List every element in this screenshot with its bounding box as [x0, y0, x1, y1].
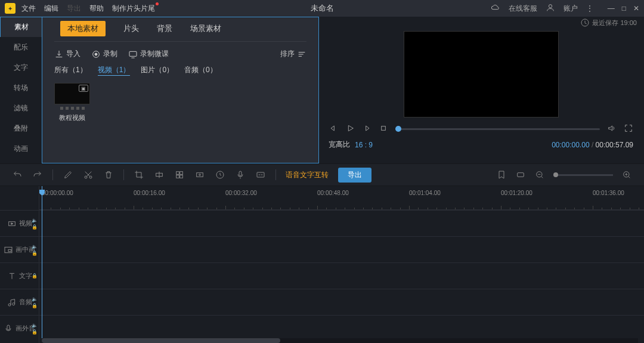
export-button[interactable]: 导出 [338, 168, 371, 183]
mat-tab-local[interactable]: 本地素材 [60, 21, 106, 36]
tab-transition[interactable]: 转场 [0, 78, 42, 98]
filter-audio[interactable]: 音频（0） [184, 65, 217, 76]
timeline-body[interactable]: 00:00:00.0000:00:16.0000:00:32.0000:00:4… [39, 186, 644, 343]
fullscreen-icon[interactable] [624, 123, 633, 135]
tab-animation[interactable]: 动画 [0, 138, 42, 159]
preview-info: 宽高比 16 : 9 00:00:00.00 / 00:00:57.09 [325, 138, 637, 151]
thumbnail-label: 教程视频 [54, 113, 90, 122]
thumbnail-grid: ▣ 教程视频 [54, 83, 306, 122]
preview-canvas[interactable] [404, 31, 559, 118]
cloud-icon[interactable] [491, 3, 500, 14]
svg-rect-18 [518, 173, 524, 177]
subtitle-tool[interactable] [255, 169, 266, 180]
filter-video[interactable]: 视频（1） [98, 65, 131, 76]
menu-export: 导出 [67, 4, 81, 14]
mat-tab-intro[interactable]: 片头 [123, 23, 139, 36]
total-time: 00:00:57.09 [596, 141, 633, 149]
volume-icon[interactable] [607, 123, 617, 135]
filter-all[interactable]: 所有（1） [54, 65, 87, 76]
aspect-ratio[interactable]: 16 : 9 [355, 141, 373, 149]
play-button[interactable] [345, 123, 355, 135]
current-time: 00:00:00.00 [552, 141, 589, 149]
more-icon[interactable]: ⋮ [586, 4, 593, 13]
svg-rect-11 [177, 175, 179, 178]
record-button[interactable]: 录制 [91, 49, 117, 59]
timeline-scrollbar[interactable] [42, 338, 638, 343]
track-label-audio[interactable]: 音频🔈🔒 [0, 289, 39, 315]
cut-tool[interactable] [83, 169, 94, 180]
svg-point-2 [95, 53, 97, 55]
track-voice[interactable] [39, 315, 644, 341]
speech-to-text-button[interactable]: 语音文字互转 [286, 170, 329, 180]
zoom-in-button[interactable] [621, 169, 632, 180]
next-frame-button[interactable] [362, 123, 371, 135]
redo-button[interactable] [32, 169, 43, 180]
playback-slider[interactable] [395, 128, 600, 130]
tab-material[interactable]: 素材 [0, 17, 42, 37]
main-menu: 文件 编辑 导出 帮助 制作片头片尾 [21, 4, 155, 14]
menu-help[interactable]: 帮助 [89, 4, 104, 14]
track-video[interactable] [39, 210, 644, 236]
crop-tool[interactable] [134, 169, 144, 180]
mat-tab-scene[interactable]: 场景素材 [190, 23, 221, 36]
track-label-text[interactable]: 文字🔒 [0, 262, 39, 289]
track-label-pip[interactable]: 画中画🔈🔒 [0, 236, 39, 262]
tracks-area[interactable] [39, 210, 644, 341]
record-course-button[interactable]: 录制微课 [128, 49, 169, 59]
menu-edit[interactable]: 编辑 [44, 4, 58, 14]
undo-button[interactable] [12, 169, 23, 180]
playhead[interactable] [42, 186, 42, 343]
material-actions: 导入 录制 录制微课 排序 [54, 49, 306, 59]
marker-tool[interactable] [496, 169, 507, 180]
zoom-slider[interactable] [553, 174, 613, 176]
track-label-video[interactable]: 视频🔈🔒 [0, 210, 39, 236]
delete-tool[interactable] [103, 169, 114, 180]
online-support[interactable]: 在线客服 [509, 4, 537, 14]
sort-button[interactable]: 排序 [280, 49, 306, 59]
stop-button[interactable] [379, 123, 388, 135]
menu-intro-outro[interactable]: 制作片头片尾 [112, 4, 155, 14]
media-thumbnail[interactable]: ▣ 教程视频 [54, 83, 90, 122]
split-tool[interactable] [154, 169, 165, 180]
prev-frame-button[interactable] [329, 123, 338, 135]
mat-tab-background[interactable]: 背景 [157, 23, 172, 36]
track-labels: 视频🔈🔒 画中画🔈🔒 文字🔒 音频🔈🔒 画外音🔈🔒 [0, 186, 39, 343]
svg-rect-10 [180, 172, 183, 175]
svg-rect-5 [382, 126, 386, 131]
fit-tool[interactable] [515, 169, 526, 180]
track-text[interactable] [39, 262, 644, 289]
mosaic-tool[interactable] [174, 169, 185, 180]
svg-rect-9 [177, 172, 179, 175]
filter-image[interactable]: 图片（0） [141, 65, 174, 76]
menu-file[interactable]: 文件 [21, 4, 36, 14]
camera-icon: ▣ [79, 85, 88, 92]
tab-filter[interactable]: 滤镜 [0, 98, 42, 118]
preview-panel: 最近保存 19:00 宽高比 16 : 9 00:00:00.00 / 00:0… [325, 17, 644, 163]
import-button[interactable]: 导入 [54, 49, 80, 59]
track-audio[interactable] [39, 289, 644, 315]
voice-tool[interactable] [235, 169, 246, 180]
time-ruler[interactable]: 00:00:00.0000:00:16.0000:00:32.0000:00:4… [39, 186, 644, 210]
material-filters: 所有（1） 视频（1） 图片（0） 音频（0） [54, 65, 306, 76]
track-pip[interactable] [39, 236, 644, 262]
timeline-toolbar: 语音文字互转 导出 [0, 163, 644, 186]
track-label-voice[interactable]: 画外音🔈🔒 [0, 315, 39, 341]
svg-point-14 [199, 174, 201, 176]
svg-point-0 [549, 4, 552, 7]
account-link[interactable]: 账户 [564, 4, 578, 14]
close-button[interactable]: ✕ [633, 4, 639, 13]
edit-tool[interactable] [63, 169, 73, 180]
tab-text[interactable]: 文字 [0, 57, 42, 78]
maximize-button[interactable]: □ [622, 4, 626, 13]
app-logo: ✦ [5, 3, 16, 14]
zoom-out-button[interactable] [534, 169, 545, 180]
speed-tool[interactable] [215, 169, 225, 180]
material-panel: 本地素材 片头 背景 场景素材 导入 录制 录制微课 排序 所有（1） 视频（1… [42, 17, 319, 163]
minimize-button[interactable]: — [608, 4, 615, 13]
svg-rect-13 [197, 173, 203, 177]
tab-overlay[interactable]: 叠附 [0, 118, 42, 138]
freeze-tool[interactable] [194, 169, 205, 180]
user-icon [546, 3, 555, 14]
tab-music[interactable]: 配乐 [0, 37, 42, 57]
svg-rect-23 [8, 249, 11, 251]
